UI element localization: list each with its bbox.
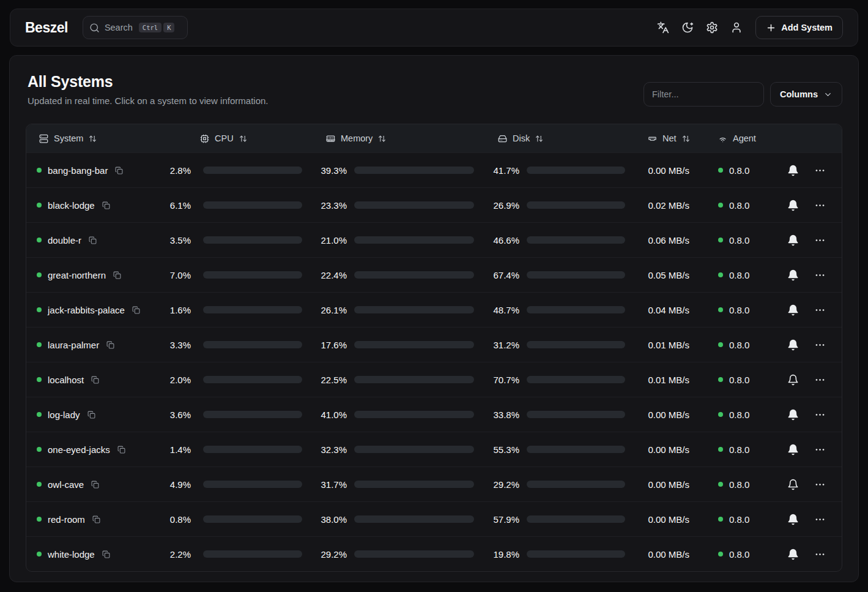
row-menu-button[interactable] (809, 403, 831, 425)
status-dot (37, 517, 42, 522)
table-row[interactable]: log-lady 3.6% 41.0% 33.8% 0.00 MB/s 0.8.… (26, 397, 842, 432)
system-cell: bang-bang-bar (26, 165, 161, 176)
copy-icon[interactable] (91, 376, 99, 384)
disk-cell: 29.2% (474, 479, 625, 490)
table-row[interactable]: white-lodge 2.2% 29.2% 19.8% 0.00 MB/s 0… (26, 536, 842, 571)
alerts-bell-button[interactable] (782, 543, 804, 565)
alerts-bell-button[interactable] (782, 438, 804, 460)
add-system-button[interactable]: Add System (755, 16, 843, 39)
system-cell: black-lodge (26, 200, 161, 211)
search-shortcut: Ctrl K (139, 23, 175, 33)
columns-dropdown-button[interactable]: Columns (770, 82, 842, 107)
column-header-cpu[interactable]: CPU (161, 133, 302, 143)
memory-cell: 17.6% (302, 340, 474, 350)
copy-icon[interactable] (113, 271, 121, 279)
copy-icon[interactable] (102, 550, 110, 558)
row-menu-button[interactable] (809, 438, 831, 460)
row-menu-button[interactable] (809, 473, 831, 495)
filter-input[interactable] (644, 82, 764, 107)
cpu-cell: 3.3% (161, 340, 302, 350)
alerts-bell-button[interactable] (782, 299, 804, 321)
gear-button[interactable] (702, 17, 722, 38)
table-row[interactable]: jack-rabbits-palace 1.6% 26.1% 48.7% 0.0… (26, 292, 842, 327)
row-menu-button[interactable] (809, 194, 831, 216)
cpu-cell: 4.9% (161, 479, 302, 490)
table-row[interactable]: owl-cave 4.9% 31.7% 29.2% 0.00 MB/s 0.8.… (26, 466, 842, 501)
copy-icon[interactable] (102, 201, 110, 209)
alerts-bell-button[interactable] (782, 508, 804, 530)
copy-icon[interactable] (87, 411, 95, 419)
row-actions (779, 159, 842, 181)
table-row[interactable]: great-northern 7.0% 22.4% 67.4% 0.05 MB/… (26, 257, 842, 292)
copy-icon[interactable] (132, 306, 140, 314)
cpu-value: 6.1% (161, 200, 191, 211)
copy-icon[interactable] (91, 481, 99, 489)
sort-arrows-icon (239, 135, 247, 143)
agent-cell: 0.8.0 (689, 340, 779, 350)
memory-bar (354, 167, 474, 174)
search-placeholder: Search (105, 23, 133, 32)
table-row[interactable]: bang-bang-bar 2.8% 39.3% 41.7% 0.00 MB/s… (26, 152, 842, 187)
cpu-value: 2.0% (161, 375, 191, 385)
table-row[interactable]: laura-palmer 3.3% 17.6% 31.2% 0.01 MB/s … (26, 327, 842, 362)
disk-value: 41.7% (474, 165, 519, 176)
memory-bar (354, 550, 474, 558)
row-menu-button[interactable] (809, 229, 831, 251)
disk-value: 55.3% (474, 444, 519, 455)
alerts-bell-button[interactable] (782, 159, 804, 181)
alerts-bell-button[interactable] (782, 194, 804, 216)
row-menu-button[interactable] (809, 159, 831, 181)
column-header-system[interactable]: System (26, 133, 161, 143)
disk-bar (527, 411, 625, 418)
cpu-cell: 1.6% (161, 305, 302, 315)
memory-stick-icon (326, 134, 335, 143)
status-dot (37, 377, 42, 382)
alerts-bell-button[interactable] (782, 473, 804, 495)
column-header-memory[interactable]: Memory (302, 133, 474, 143)
alerts-bell-button[interactable] (782, 229, 804, 251)
user-button[interactable] (726, 17, 747, 38)
row-actions (779, 473, 842, 495)
alerts-bell-button[interactable] (782, 264, 804, 286)
kbd-ctrl: Ctrl (139, 23, 161, 33)
column-header-net[interactable]: Net (625, 133, 689, 143)
row-actions (779, 264, 842, 286)
row-menu-button[interactable] (809, 543, 831, 565)
agent-status-dot (718, 412, 723, 417)
row-menu-button[interactable] (809, 264, 831, 286)
alerts-bell-button[interactable] (782, 334, 804, 356)
disk-cell: 33.8% (474, 410, 625, 420)
languages-button[interactable] (653, 17, 673, 38)
table-row[interactable]: localhost 2.0% 22.5% 70.7% 0.01 MB/s 0.8… (26, 362, 842, 397)
agent-status-dot (718, 517, 723, 522)
disk-bar (527, 550, 625, 558)
column-header-agent: Agent (689, 133, 779, 143)
table-row[interactable]: double-r 3.5% 21.0% 46.6% 0.06 MB/s 0.8.… (26, 222, 842, 257)
agent-status-dot (718, 203, 723, 208)
memory-value: 22.4% (302, 270, 347, 280)
table-row[interactable]: black-lodge 6.1% 23.3% 26.9% 0.02 MB/s 0… (26, 187, 842, 222)
copy-icon[interactable] (89, 236, 97, 244)
cpu-bar (203, 341, 302, 348)
column-header-disk[interactable]: Disk (474, 133, 625, 143)
row-menu-button[interactable] (809, 299, 831, 321)
moon-star-button[interactable] (677, 17, 698, 38)
copy-icon[interactable] (117, 446, 125, 454)
alerts-bell-button[interactable] (782, 403, 804, 425)
cpu-value: 2.8% (161, 165, 191, 176)
table-row[interactable]: one-eyed-jacks 1.4% 32.3% 55.3% 0.00 MB/… (26, 432, 842, 466)
table-row[interactable]: red-room 0.8% 38.0% 57.9% 0.00 MB/s 0.8.… (26, 501, 842, 536)
copy-icon[interactable] (106, 341, 114, 349)
cpu-cell: 3.6% (161, 410, 302, 420)
row-menu-button[interactable] (809, 369, 831, 391)
row-menu-button[interactable] (809, 508, 831, 530)
disk-value: 29.2% (474, 479, 519, 490)
search-input[interactable]: Search Ctrl K (83, 16, 188, 39)
system-name: log-lady (48, 410, 80, 420)
systems-table: SystemCPUMemoryDiskNetAgent bang-bang-ba… (26, 124, 842, 572)
cpu-bar (203, 411, 302, 418)
alerts-bell-button[interactable] (782, 369, 804, 391)
copy-icon[interactable] (92, 515, 100, 523)
row-menu-button[interactable] (809, 334, 831, 356)
copy-icon[interactable] (115, 167, 123, 174)
